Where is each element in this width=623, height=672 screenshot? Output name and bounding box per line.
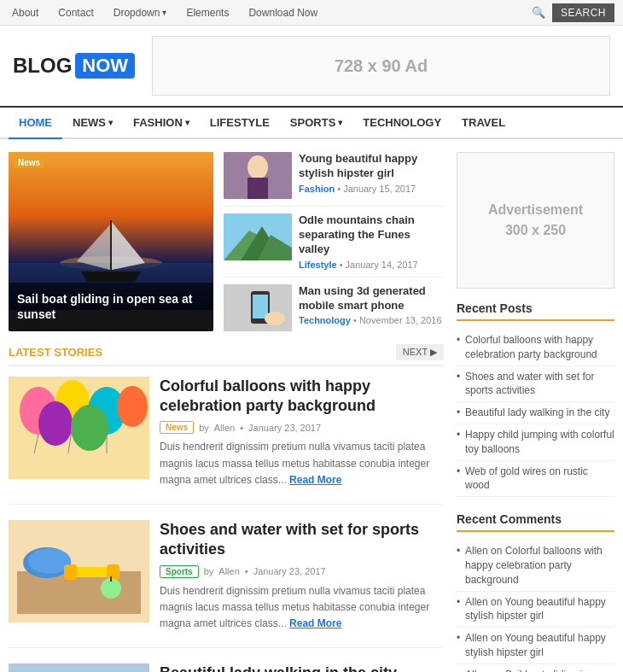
story-shoes-dot: •: [245, 566, 248, 576]
topnav-download[interactable]: Download Now: [245, 2, 321, 24]
content-wrapper: News: [0, 139, 623, 672]
logo-blog-text: BLOG: [13, 54, 72, 78]
featured-item-1-meta: Fashion • January 15, 2017: [299, 184, 444, 194]
latest-stories-header: LATEST STORIES NEXT ▶: [9, 344, 444, 366]
svg-point-22: [117, 386, 148, 427]
sports-chevron-icon: ▾: [338, 118, 342, 127]
story-balloons-desc: Duis hendrerit dignissim pretium nulla v…: [160, 439, 444, 488]
story-balloons-dot: •: [240, 423, 243, 433]
story-shoes-content: Shoes and water with set for sports acti…: [160, 520, 444, 632]
story-balloons-title[interactable]: Colorful balloons with happy celebration…: [160, 377, 444, 417]
topnav-elements[interactable]: Elements: [183, 2, 232, 24]
recent-comment-1[interactable]: Allen on Colorful balloons with happy ce…: [457, 541, 614, 591]
mainnav-travel[interactable]: TRAVEL: [451, 108, 515, 137]
story-lady-content: Beautiful lady walking in the city Fashi…: [160, 663, 444, 672]
featured-item-2-text: Odle mountains chain separating the Fune…: [299, 213, 444, 270]
recent-post-4[interactable]: Happy child jumping with colorful toy ba…: [457, 424, 614, 461]
featured-news-badge: News: [14, 157, 44, 168]
featured-main-item[interactable]: News: [9, 152, 213, 331]
story-balloons-read-more[interactable]: Read More: [289, 474, 341, 486]
story-shoes-read-more[interactable]: Read More: [289, 617, 341, 629]
mainnav-lifestyle[interactable]: LIFESTYLE: [200, 108, 280, 137]
mainnav-technology[interactable]: TECHNOLOGY: [352, 108, 451, 137]
story-balloons-tag[interactable]: News: [160, 421, 194, 434]
svg-rect-39: [9, 663, 149, 672]
featured-item-3-date: November 13, 2016: [359, 315, 442, 325]
featured-item-3-title: Man using 3d generated mobile smart phon…: [299, 284, 444, 313]
story-shoes-date: January 23, 2017: [253, 566, 326, 576]
svg-point-24: [71, 405, 108, 451]
mainnav-fashion[interactable]: FASHION ▾: [123, 108, 200, 137]
featured-item-2[interactable]: Odle mountains chain separating the Fune…: [224, 213, 444, 278]
svg-rect-29: [17, 571, 141, 614]
featured-main-caption: Sail boat gliding in open sea at sunset: [9, 283, 213, 330]
featured-item-2-meta: Lifestyle • January 14, 2017: [299, 260, 444, 270]
recent-post-2[interactable]: Shoes and water with set for sports acti…: [457, 366, 614, 403]
svg-rect-33: [64, 564, 77, 580]
story-lady-title[interactable]: Beautiful lady walking in the city: [160, 663, 444, 672]
svg-rect-9: [247, 178, 268, 199]
svg-point-23: [38, 401, 73, 446]
svg-rect-16: [253, 295, 268, 318]
recent-comments-list: Allen on Colorful balloons with happy ce…: [457, 541, 614, 672]
story-item-balloons: Colorful balloons with happy celebration…: [9, 377, 444, 505]
topnav-dropdown[interactable]: Dropdown ▾: [110, 2, 171, 24]
mainnav-sports[interactable]: SPORTS ▾: [280, 108, 352, 137]
featured-item-3-meta: Technology • November 13, 2016: [299, 315, 444, 325]
featured-item-3-image: [224, 284, 292, 331]
latest-stories-title: LATEST STORIES: [9, 346, 102, 359]
story-shoes-desc: Duis hendrerit dignissim pretium nulla v…: [160, 583, 444, 633]
story-balloons-date: January 23, 2017: [248, 423, 321, 433]
recent-comments-section: Recent Comments Allen on Colorful balloo…: [457, 512, 614, 672]
logo-now-badge: NOW: [75, 53, 135, 79]
featured-item-3[interactable]: Man using 3d generated mobile smart phon…: [224, 284, 444, 331]
recent-post-3[interactable]: Beautiful lady walking in the city: [457, 402, 614, 424]
svg-marker-3: [81, 272, 141, 282]
featured-item-2-date: January 14, 2017: [346, 260, 418, 270]
story-balloons-author: Allen: [214, 423, 235, 433]
fashion-chevron-icon: ▾: [185, 118, 189, 127]
dropdown-chevron-icon: ▾: [162, 8, 166, 17]
featured-item-1-image: [224, 152, 292, 199]
sidebar: Advertisement300 x 250 Recent Posts Colo…: [444, 152, 614, 672]
mainnav-home[interactable]: HOME: [9, 108, 62, 139]
recent-posts-title: Recent Posts: [457, 301, 614, 321]
main-content: News: [9, 152, 444, 672]
top-navigation: About Contact Dropdown ▾ Elements Downlo…: [0, 0, 623, 26]
search-button[interactable]: SEARCH: [552, 3, 614, 22]
next-button[interactable]: NEXT ▶: [396, 344, 444, 360]
featured-section: News: [9, 152, 444, 331]
svg-point-17: [265, 312, 285, 325]
recent-comment-2[interactable]: Allen on Young beautiful happy stylish h…: [457, 592, 614, 628]
search-area: 🔍 SEARCH: [532, 3, 614, 22]
recent-comments-title: Recent Comments: [457, 512, 614, 532]
site-logo[interactable]: BLOG NOW: [13, 53, 135, 79]
recent-comment-3[interactable]: Allen on Young beautiful happy stylish h…: [457, 628, 614, 664]
site-header: BLOG NOW 728 x 90 Ad: [0, 26, 623, 108]
featured-item-3-text: Man using 3d generated mobile smart phon…: [299, 284, 444, 326]
header-ad-banner: 728 x 90 Ad: [152, 36, 610, 96]
story-shoes-title[interactable]: Shoes and water with set for sports acti…: [160, 520, 444, 560]
story-shoes-meta: Sports by Allen • January 23, 2017: [160, 565, 444, 578]
topnav-contact[interactable]: Contact: [55, 2, 96, 24]
featured-item-3-category: Technology: [299, 315, 351, 325]
recent-post-5[interactable]: Web of gold wires on rustic wood: [457, 461, 614, 498]
recent-post-1[interactable]: Colorful balloons with happy celebration…: [457, 330, 614, 366]
mainnav-news[interactable]: NEWS ▾: [62, 108, 123, 137]
recent-comment-4[interactable]: Allen on Sail boat gliding in open sea a…: [457, 664, 614, 672]
story-shoes-tag[interactable]: Sports: [160, 565, 199, 578]
story-balloons-content: Colorful balloons with happy celebration…: [160, 377, 444, 488]
featured-item-1[interactable]: Young beautiful happy stylish hipster gi…: [224, 152, 444, 207]
story-shoes-image: [9, 520, 149, 622]
svg-rect-34: [107, 564, 119, 580]
featured-item-2-image: [224, 213, 292, 260]
search-icon-button[interactable]: 🔍: [532, 6, 545, 19]
featured-item-2-category: Lifestyle: [299, 260, 337, 270]
story-shoes-author: Allen: [218, 566, 239, 576]
featured-list: Young beautiful happy stylish hipster gi…: [224, 152, 444, 331]
story-item-lady: Beautiful lady walking in the city Fashi…: [9, 663, 444, 672]
svg-point-8: [247, 155, 268, 179]
topnav-about[interactable]: About: [9, 2, 42, 24]
svg-rect-36: [110, 576, 112, 581]
recent-posts-list: Colorful balloons with happy celebration…: [457, 330, 614, 497]
